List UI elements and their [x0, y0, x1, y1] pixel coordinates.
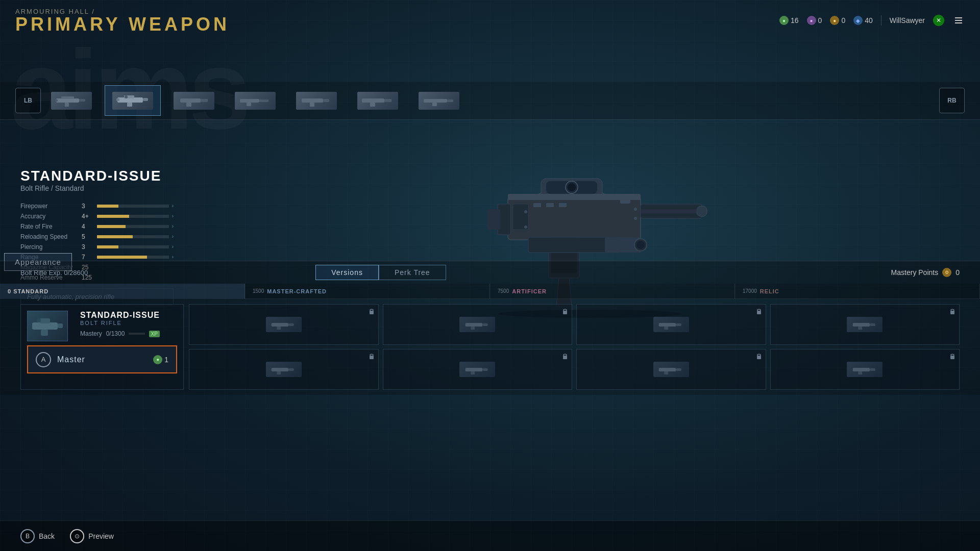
svg-point-50 [524, 226, 527, 229]
weapon-tab-7[interactable] [411, 85, 467, 116]
weapon-grid-item-5[interactable] [189, 349, 379, 390]
weapon-tab-6[interactable] [350, 85, 406, 116]
svg-rect-17 [302, 98, 323, 103]
svg-rect-56 [40, 318, 50, 323]
weapon-thumb-2 [459, 317, 495, 332]
svg-rect-23 [424, 99, 447, 103]
lock-icon-2 [561, 307, 569, 315]
svg-rect-37 [559, 203, 567, 207]
weapon-grid-item-6[interactable] [383, 349, 573, 390]
versions-grid: STANDARD-ISSUE BOLT RIFLE Mastery 0/1300… [0, 299, 980, 395]
master-count-value: 1 [164, 356, 168, 364]
weapon-tab-img-1 [51, 92, 92, 110]
svg-rect-76 [272, 368, 288, 371]
weapon-tab-1[interactable] [43, 85, 100, 116]
menu-icon[interactable] [952, 14, 965, 27]
stat-bar-fill-firepower [97, 205, 118, 208]
weapon-tab-3[interactable] [166, 85, 222, 116]
resource-icon-blue: ◆ [853, 16, 863, 25]
weapon-thumb-1 [266, 317, 302, 332]
svg-rect-58 [41, 330, 48, 336]
stat-value-rof: 4 [82, 223, 97, 230]
weapon-grid-item-1[interactable] [189, 304, 379, 345]
weapon-grid-item-4[interactable] [770, 304, 960, 345]
mastery-label: Mastery Points [891, 268, 939, 277]
resource-value-purple: 0 [818, 16, 822, 24]
svg-point-59 [37, 318, 41, 322]
weapon-thumb-3 [653, 317, 689, 332]
tier-standard: 0 STANDARD [0, 284, 245, 298]
exp-label: Bolt Rifle Exp. 0/28600 [20, 269, 88, 277]
svg-rect-79 [370, 356, 374, 359]
stat-bar-fill-rof [97, 225, 126, 228]
svg-rect-71 [757, 311, 761, 314]
stat-label-rof: Rate of Fire [20, 223, 82, 230]
tier-bar: 0 STANDARD 1500 MASTER-CRAFTED 7500 ARTI… [0, 284, 980, 299]
stat-bar-accuracy [97, 215, 169, 218]
stat-arrow-rof: › [172, 223, 174, 229]
svg-rect-55 [32, 322, 58, 330]
selected-weapon-card: STANDARD-ISSUE BOLT RIFLE Mastery 0/1300… [20, 304, 184, 390]
weapon-grid-item-3[interactable] [576, 304, 766, 345]
svg-rect-21 [384, 99, 391, 102]
svg-rect-53 [620, 196, 630, 204]
tier-master: 1500 MASTER-CRAFTED [245, 284, 490, 298]
svg-rect-70 [665, 327, 669, 330]
top-hud: ARMOURING HALL / PRIMARY WEAPON ● 16 ● 0… [0, 0, 980, 41]
weapon-tab-5[interactable] [288, 85, 345, 116]
master-action-button[interactable]: A Master ● 1 [27, 345, 177, 373]
tier-cost-master: 1500 [253, 288, 264, 294]
weapon-tab-img-3 [174, 92, 214, 110]
xp-badge: XP [149, 331, 160, 337]
svg-rect-86 [665, 371, 669, 374]
master-count-icon: ● [153, 355, 162, 364]
stat-bar-rof [97, 225, 169, 228]
svg-rect-84 [659, 368, 676, 371]
master-btn-label: Master [57, 355, 147, 364]
tier-cost-artificer: 7500 [498, 288, 509, 294]
stat-bar-reload [97, 235, 169, 238]
weapon-tab-2[interactable] [105, 85, 161, 116]
weapon-grid-item-8[interactable] [770, 349, 960, 390]
weapon-grid-item-2[interactable] [383, 304, 573, 345]
resource-blue: ◆ 40 [853, 16, 873, 25]
weapon-versions-grid [189, 304, 960, 390]
svg-rect-60 [272, 323, 288, 327]
tab-rb[interactable]: RB [939, 88, 965, 113]
svg-rect-25 [432, 103, 437, 106]
weapon-tab-4[interactable] [227, 85, 283, 116]
svg-rect-66 [471, 327, 475, 330]
weapon-tab-img-4 [235, 92, 276, 110]
svg-rect-0 [56, 98, 79, 103]
svg-rect-18 [323, 99, 329, 102]
svg-point-52 [634, 217, 637, 220]
weapon-tab-img-2 [112, 92, 153, 110]
tier-label-master: MASTER-CRAFTED [267, 288, 327, 294]
weapon-thumb-5 [266, 362, 302, 377]
resource-icon-green: ● [779, 16, 789, 25]
stat-bar-fill-reload [97, 235, 133, 238]
mastery-row-label: Mastery [80, 330, 102, 337]
selected-weapon-thumb [27, 311, 68, 341]
back-button[interactable]: B Back [20, 529, 55, 543]
preview-button[interactable]: ⊙ Preview [70, 529, 114, 543]
mastery-row-value: 0/1300 [106, 330, 125, 337]
mastery-icon: ⚙ [942, 268, 951, 277]
svg-rect-81 [482, 368, 488, 371]
svg-rect-85 [676, 368, 681, 371]
weapon-grid-item-7[interactable] [576, 349, 766, 390]
stat-reload: Reloading Speed 5 › [20, 233, 174, 240]
svg-rect-12 [201, 99, 208, 102]
tab-perk-tree[interactable]: Perk Tree [379, 265, 446, 280]
mastery-row: Mastery 0/1300 XP [80, 330, 160, 337]
hud-resources: ● 16 ● 0 ● 0 ◆ 40 WillSawyer ✕ [779, 14, 965, 27]
resource-gold: ● 0 [830, 16, 845, 25]
tab-lb[interactable]: LB [15, 88, 41, 113]
svg-rect-7 [143, 98, 148, 101]
tab-versions[interactable]: Versions [315, 265, 379, 280]
svg-rect-64 [465, 323, 482, 327]
svg-rect-87 [757, 356, 761, 359]
stat-firepower: Firepower 3 › [20, 203, 174, 210]
stat-arrow-accuracy: › [172, 213, 174, 219]
back-btn-label: Back [39, 532, 55, 540]
